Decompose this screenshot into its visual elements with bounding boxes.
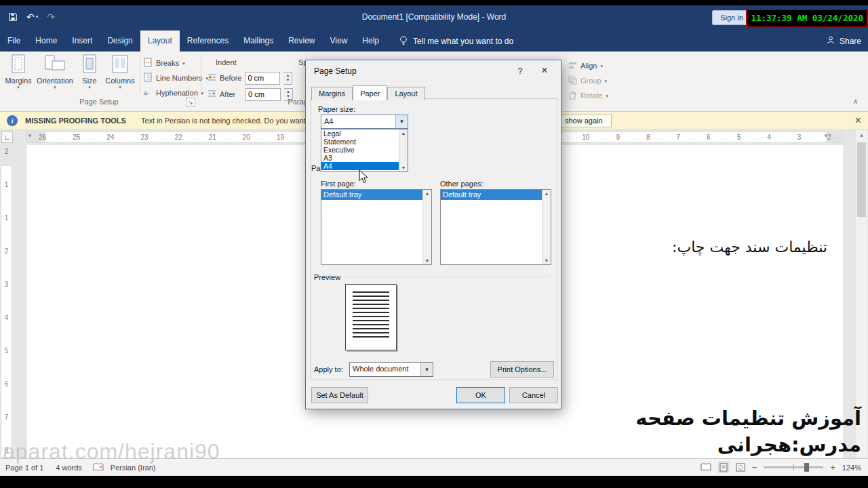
scroll-down-icon[interactable]: ▼ bbox=[399, 164, 408, 171]
ruler-dot: · bbox=[753, 134, 755, 141]
dialog-help-button[interactable]: ? bbox=[513, 66, 527, 76]
first-page-listbox[interactable]: Default tray ▲ ▼ bbox=[321, 189, 432, 265]
breaks-button[interactable]: Breaks ▾ bbox=[143, 57, 185, 69]
chevron-down-icon[interactable]: ▼ bbox=[420, 363, 433, 376]
read-mode-icon[interactable] bbox=[701, 463, 711, 472]
group-separator bbox=[201, 55, 201, 94]
ruler-dot: · bbox=[632, 134, 634, 141]
tab-layout[interactable]: Layout bbox=[140, 30, 180, 52]
show-again-button[interactable]: show again bbox=[556, 114, 612, 127]
other-pages-listbox[interactable]: Default tray ▲ ▼ bbox=[440, 189, 551, 265]
indent-marker-left[interactable]: ▼ bbox=[27, 133, 33, 139]
page-setup-dialog: Page Setup ? × MarginsPaperLayout Paper … bbox=[305, 60, 561, 409]
indent-marker-right[interactable]: ▼ bbox=[823, 133, 829, 139]
size-button[interactable]: Size ▾ bbox=[77, 54, 102, 95]
orientation-icon bbox=[44, 54, 66, 76]
ruler-number: 4 bbox=[5, 314, 9, 321]
spin-down-icon[interactable]: ▼ bbox=[285, 78, 290, 83]
rotate-label: Rotate bbox=[580, 92, 602, 100]
tab-review[interactable]: Review bbox=[281, 30, 322, 52]
paper-size-option-legal[interactable]: Legal bbox=[321, 129, 399, 138]
breaks-icon bbox=[143, 58, 153, 68]
margins-icon bbox=[9, 54, 27, 76]
scroll-up-icon[interactable]: ▲ bbox=[856, 132, 867, 138]
group-label: Group bbox=[580, 77, 601, 85]
persian-caption: تنظیمات سند جهت چاپ: bbox=[672, 239, 827, 256]
tab-selector-icon[interactable]: ∟ bbox=[1, 131, 13, 143]
paper-size-dropdown-list: LegalStatementExecutiveA3A4 ▲ ▼ bbox=[321, 129, 408, 172]
cancel-button[interactable]: Cancel bbox=[509, 387, 558, 403]
scroll-down-icon[interactable]: ▼ bbox=[423, 257, 431, 264]
dialog-tab-paper[interactable]: Paper bbox=[353, 85, 387, 100]
warning-close-icon[interactable]: ✕ bbox=[854, 115, 862, 126]
mouse-cursor-icon bbox=[359, 169, 369, 186]
zoom-slider-thumb[interactable] bbox=[804, 463, 809, 472]
ruler-dot: · bbox=[262, 134, 264, 141]
print-layout-icon[interactable] bbox=[718, 462, 729, 473]
print-options-button[interactable]: Print Options... bbox=[490, 361, 554, 378]
line-numbers-button[interactable]: Line Numbers ▾ bbox=[143, 72, 208, 84]
paper-size-combobox[interactable]: A4 ▼ bbox=[321, 115, 408, 129]
indent-before-input[interactable] bbox=[245, 72, 280, 85]
zoom-level[interactable]: 124% bbox=[842, 464, 861, 472]
columns-button[interactable]: Columns ▾ bbox=[103, 54, 137, 95]
scroll-down-icon[interactable]: ▼ bbox=[542, 257, 551, 264]
web-layout-icon[interactable] bbox=[736, 463, 745, 472]
zoom-in-icon[interactable]: + bbox=[830, 462, 835, 472]
columns-label: Columns bbox=[105, 77, 134, 85]
ruler-number: 1 bbox=[5, 181, 9, 188]
tab-design[interactable]: Design bbox=[100, 30, 140, 52]
scroll-up-icon[interactable]: ▲ bbox=[399, 129, 408, 137]
share-button[interactable]: Share bbox=[826, 30, 861, 52]
group-separator bbox=[140, 55, 140, 94]
hyphenation-label: Hyphenation bbox=[156, 89, 198, 97]
dialog-tab-margins[interactable]: Margins bbox=[311, 87, 353, 100]
tab-insert[interactable]: Insert bbox=[64, 30, 100, 52]
listbox-scrollbar[interactable]: ▲ ▼ bbox=[542, 190, 551, 264]
language-indicator[interactable]: Persian (Iran) bbox=[111, 464, 156, 472]
tab-references[interactable]: References bbox=[180, 30, 236, 52]
indent-before-stepper[interactable]: ▲▼ bbox=[283, 72, 292, 85]
paper-size-option-statement[interactable]: Statement bbox=[321, 138, 399, 146]
zoom-slider[interactable] bbox=[764, 466, 823, 468]
persian-caption-line2: مدرس:هجرانی bbox=[635, 432, 861, 458]
ribbon-collapse-icon[interactable]: ∧ bbox=[853, 98, 858, 105]
dialog-tab-layout[interactable]: Layout bbox=[387, 87, 425, 100]
rotate-button[interactable]: Rotate ▾ bbox=[568, 89, 608, 102]
listbox-scrollbar[interactable]: ▲ ▼ bbox=[422, 190, 431, 264]
spin-up-icon[interactable]: ▲ bbox=[285, 73, 290, 78]
spin-up-icon[interactable]: ▲ bbox=[286, 89, 290, 94]
paper-size-option-executive[interactable]: Executive bbox=[321, 146, 399, 154]
share-person-icon bbox=[826, 35, 835, 47]
paper-size-option-a3[interactable]: A3 bbox=[321, 154, 399, 162]
tab-help[interactable]: Help bbox=[355, 30, 387, 52]
tab-home[interactable]: Home bbox=[28, 30, 64, 52]
set-as-default-button[interactable]: Set As Default bbox=[311, 387, 368, 403]
ruler-number: 9 bbox=[616, 134, 620, 141]
margins-button[interactable]: Margins ▾ bbox=[3, 54, 34, 95]
tab-view[interactable]: View bbox=[323, 30, 355, 52]
orientation-button[interactable]: Orientation ▾ bbox=[35, 54, 75, 95]
zoom-out-icon[interactable]: − bbox=[752, 462, 757, 472]
tray-option[interactable]: Default tray bbox=[321, 190, 422, 200]
tab-mailings[interactable]: Mailings bbox=[236, 30, 281, 52]
ruler-dot: · bbox=[58, 134, 60, 141]
align-button[interactable]: Align ▾ bbox=[568, 60, 603, 72]
page-setup-dialog-launcher-icon[interactable]: ↘ bbox=[186, 98, 195, 107]
scroll-up-icon[interactable]: ▲ bbox=[423, 190, 431, 197]
scrollbar-thumb[interactable] bbox=[857, 142, 866, 217]
ok-button[interactable]: OK bbox=[456, 387, 505, 403]
chevron-down-icon[interactable]: ▼ bbox=[395, 115, 408, 128]
page-indicator[interactable]: Page 1 of 1 bbox=[5, 464, 43, 472]
tab-file[interactable]: File bbox=[0, 30, 28, 52]
group-button[interactable]: Group ▾ bbox=[568, 75, 607, 87]
word-count[interactable]: 4 words bbox=[56, 464, 82, 472]
tell-me-box[interactable]: Tell me what you want to do bbox=[399, 30, 513, 52]
scroll-up-icon[interactable]: ▲ bbox=[542, 190, 551, 197]
dropdown-scrollbar[interactable]: ▲ ▼ bbox=[399, 129, 408, 171]
dialog-close-button[interactable]: × bbox=[534, 63, 555, 78]
ruler-dot: · bbox=[568, 134, 570, 141]
sign-in-button[interactable]: Sign in bbox=[712, 10, 751, 25]
tray-option[interactable]: Default tray bbox=[441, 190, 542, 200]
apply-to-combobox[interactable]: Whole document ▼ bbox=[349, 362, 433, 377]
